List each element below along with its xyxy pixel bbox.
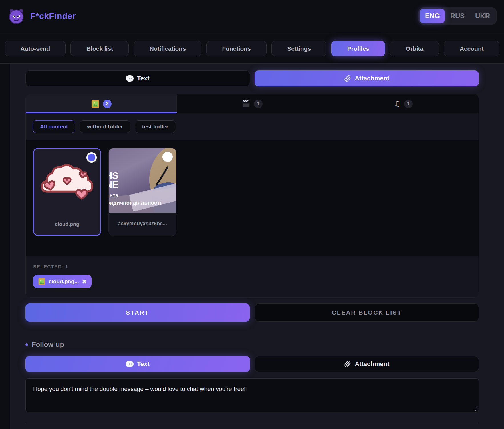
followup-message-wrap: Hope you don't mind the double message –… (25, 378, 479, 412)
cloud-hearts-illustration (39, 160, 95, 203)
main-nav: Auto-send Block list Notifications Funct… (0, 32, 504, 64)
file-card-photo[interactable]: НS NE анта ридичної діяльності ac9yemuyx… (108, 148, 176, 236)
lang-eng-button[interactable]: ENG (420, 9, 445, 23)
followup-attachment-button[interactable]: Attachment (255, 356, 479, 372)
select-radio-unchecked[interactable] (162, 152, 173, 162)
devil-logo-icon (7, 7, 25, 25)
attachment-mode-label: Attachment (355, 75, 389, 82)
text-mode-label: Text (137, 75, 150, 82)
tab-videos[interactable]: 1 (177, 94, 328, 113)
followup-message-input[interactable]: Hope you don't mind the double message –… (25, 378, 479, 412)
picture-frame-icon (38, 278, 45, 285)
language-switcher: ENG RUS UKR (418, 7, 497, 25)
file-name-label: ac9yemuyxs3z6bc... (109, 213, 176, 234)
page-title: F*ckFinder (30, 11, 76, 21)
start-button[interactable]: START (25, 303, 250, 322)
bullet-dot-icon (25, 343, 28, 346)
followup-title: Follow-up (32, 341, 64, 349)
selected-chip-label: cloud.png... (49, 278, 79, 285)
nav-auto-send[interactable]: Auto-send (5, 41, 66, 56)
nav-profiles[interactable]: Profiles (331, 41, 385, 56)
clear-block-list-button[interactable]: CLEAR BLOCK LIST (255, 303, 479, 322)
nav-notifications[interactable]: Notifications (134, 41, 201, 56)
images-count-badge: 2 (103, 100, 112, 108)
file-card-cloud[interactable]: cloud.png (33, 148, 101, 236)
selected-file-chip[interactable]: cloud.png... ✖ (33, 275, 92, 288)
folder-filter-row: All content without folder test fodler (26, 113, 479, 140)
followup-text-button[interactable]: Text (25, 356, 250, 372)
lang-ukr-button[interactable]: UKR (470, 9, 495, 23)
photo-caption-text: анта ридичної діяльності (109, 192, 161, 206)
speech-bubble-icon (126, 75, 134, 82)
tab-images[interactable]: 2 (26, 94, 177, 113)
attachment-picker: 2 1 ♫ 1 All content witho (25, 94, 479, 298)
close-icon[interactable]: ✖ (82, 279, 87, 284)
app-header: F*ckFinder ENG RUS UKR (0, 0, 504, 32)
selected-count-label: SELECTED: 1 (33, 264, 471, 270)
message-mode-toggle: Text Attachment (25, 70, 479, 86)
action-row: START CLEAR BLOCK LIST (25, 303, 479, 322)
picture-frame-icon (91, 100, 100, 108)
attachment-mode-button[interactable]: Attachment (255, 70, 479, 86)
photo-logo-text: НS NE (109, 171, 118, 189)
nav-account[interactable]: Account (444, 41, 499, 56)
videos-count-badge: 1 (254, 100, 263, 108)
files-grid: cloud.png НS NE анта (26, 140, 479, 256)
clapperboard-icon (242, 100, 251, 108)
paperclip-icon (344, 360, 351, 368)
speech-bubble-icon (126, 361, 134, 367)
followup-attachment-label: Attachment (355, 360, 389, 368)
file-name-label: cloud.png (34, 213, 100, 235)
tab-audio[interactable]: ♫ 1 (328, 94, 479, 113)
media-type-tabs: 2 1 ♫ 1 (26, 94, 479, 113)
content-panel: Text Attachment 2 (10, 64, 504, 429)
followup-text-label: Text (137, 360, 150, 368)
folder-test-fodler[interactable]: test fodler (135, 120, 176, 133)
select-radio-checked[interactable] (86, 152, 97, 163)
selected-summary: SELECTED: 1 cloud.png... ✖ (26, 256, 479, 297)
music-note-icon: ♫ (394, 100, 400, 108)
nav-orbita[interactable]: Orbita (390, 41, 439, 56)
folder-without-folder[interactable]: without folder (80, 120, 130, 133)
text-mode-button[interactable]: Text (25, 70, 250, 86)
paperclip-icon (344, 75, 351, 82)
audio-count-badge: 1 (404, 100, 413, 108)
followup-mode-toggle: Text Attachment (25, 356, 479, 372)
nav-functions[interactable]: Functions (206, 41, 267, 56)
lang-rus-button[interactable]: RUS (445, 9, 470, 23)
folder-all-content[interactable]: All content (33, 120, 75, 133)
nav-settings[interactable]: Settings (271, 41, 326, 56)
followup-header: Follow-up (25, 341, 479, 349)
section-divider (25, 424, 479, 424)
nav-block-list[interactable]: Block list (70, 41, 129, 56)
